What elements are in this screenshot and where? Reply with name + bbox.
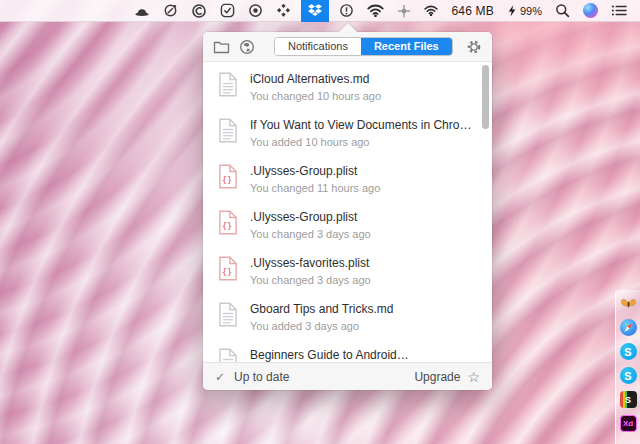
folder-icon[interactable]	[213, 40, 230, 54]
bowler-hat-icon[interactable]	[131, 0, 153, 22]
upgrade-button[interactable]: Upgrade ☆	[414, 369, 480, 385]
lightning-bolt-icon	[507, 4, 517, 18]
file-row[interactable]: {} If You Want to View Documents in Chro…	[203, 108, 492, 154]
svg-text:{}: {}	[222, 175, 233, 185]
edit-circle-icon[interactable]	[160, 0, 181, 22]
file-name: iCloud Alternatives.md	[250, 72, 381, 86]
file-row[interactable]: {} Beginners Guide to Android…	[203, 338, 492, 362]
text-document-icon	[218, 302, 238, 327]
file-row[interactable]: {} .Ulysses-favorites.plist You changed …	[203, 246, 492, 292]
panel-footer: ✓ Up to date Upgrade ☆	[203, 362, 492, 390]
wifi-small-icon[interactable]	[421, 0, 441, 22]
siri-orb	[583, 3, 598, 18]
safari-icon[interactable]	[620, 319, 637, 336]
panel-header: Notifications Recent Files	[203, 32, 492, 62]
sip-icon[interactable]: S	[620, 391, 637, 408]
dropbox-panel: Notifications Recent Files {} iCloud Alt…	[203, 32, 492, 390]
info-circle-icon[interactable]	[336, 0, 357, 22]
file-meta: You changed 3 days ago	[250, 228, 371, 240]
tab-recent-files[interactable]: Recent Files	[361, 38, 452, 55]
upgrade-label: Upgrade	[414, 370, 460, 384]
adobe-xd-icon[interactable]: Xd	[620, 415, 637, 432]
tab-switcher: Notifications Recent Files	[274, 37, 453, 56]
creative-cloud-icon[interactable]	[188, 0, 210, 22]
file-name: Gboard Tips and Tricks.md	[250, 302, 393, 316]
plist-code-icon: {}	[218, 256, 238, 281]
svg-text:{}: {}	[222, 267, 233, 277]
file-row[interactable]: {} Gboard Tips and Tricks.md You added 3…	[203, 292, 492, 338]
skype-icon-2[interactable]: S	[620, 367, 637, 384]
dropbox-menu-icon[interactable]	[301, 0, 329, 22]
file-name: .Ulysses-Group.plist	[250, 164, 380, 178]
side-dock: S S S Xd	[615, 290, 640, 444]
star-icon: ☆	[467, 369, 480, 385]
file-row[interactable]: {} iCloud Alternatives.md You changed 10…	[203, 62, 492, 108]
file-meta: You added 10 hours ago	[250, 136, 472, 148]
bandwidth-readout[interactable]: 646 MB	[448, 0, 497, 22]
wifi-icon[interactable]	[364, 0, 387, 22]
check-square-icon[interactable]	[217, 0, 238, 22]
check-icon: ✓	[215, 370, 225, 384]
sync-status-text: Up to date	[234, 370, 289, 384]
file-list: {} iCloud Alternatives.md You changed 10…	[203, 62, 492, 362]
butterfly-icon[interactable]	[620, 295, 637, 312]
svg-text:{}: {}	[222, 221, 233, 231]
setapp-icon[interactable]	[273, 0, 294, 22]
file-meta: You changed 3 days ago	[250, 274, 371, 286]
file-meta: You added 3 days ago	[250, 320, 393, 332]
file-row[interactable]: {} .Ulysses-Group.plist You changed 11 h…	[203, 154, 492, 200]
file-meta: You changed 10 hours ago	[250, 90, 381, 102]
battery-percent-text: 99%	[520, 5, 542, 17]
battery-status[interactable]: 99%	[504, 0, 545, 22]
file-name: Beginners Guide to Android…	[250, 348, 409, 362]
globe-icon[interactable]	[239, 39, 255, 55]
text-document-icon	[218, 72, 238, 97]
bandwidth-text: 646 MB	[451, 4, 494, 18]
text-document-icon	[218, 348, 238, 362]
file-name: If You Want to View Documents in Chrome,…	[250, 118, 472, 132]
plist-code-icon: {}	[218, 164, 238, 189]
plist-code-icon: {}	[218, 210, 238, 235]
spotlight-search-icon[interactable]	[552, 0, 573, 22]
file-meta: You changed 11 hours ago	[250, 182, 380, 194]
siri-icon[interactable]	[580, 0, 601, 22]
menu-bar: 646 MB 99%	[0, 0, 640, 22]
skype-icon[interactable]: S	[620, 343, 637, 360]
file-name: .Ulysses-favorites.plist	[250, 256, 371, 270]
tab-notifications[interactable]: Notifications	[275, 38, 361, 55]
notification-center-icon[interactable]	[608, 0, 630, 22]
gear-icon[interactable]	[466, 39, 482, 55]
text-document-icon	[218, 118, 238, 143]
panel-arrow	[339, 23, 357, 32]
scrollbar-thumb[interactable]	[482, 65, 489, 129]
file-row[interactable]: {} .Ulysses-Group.plist You changed 3 da…	[203, 200, 492, 246]
crosshair-icon[interactable]	[394, 0, 414, 22]
target-icon[interactable]	[245, 0, 266, 22]
file-name: .Ulysses-Group.plist	[250, 210, 371, 224]
